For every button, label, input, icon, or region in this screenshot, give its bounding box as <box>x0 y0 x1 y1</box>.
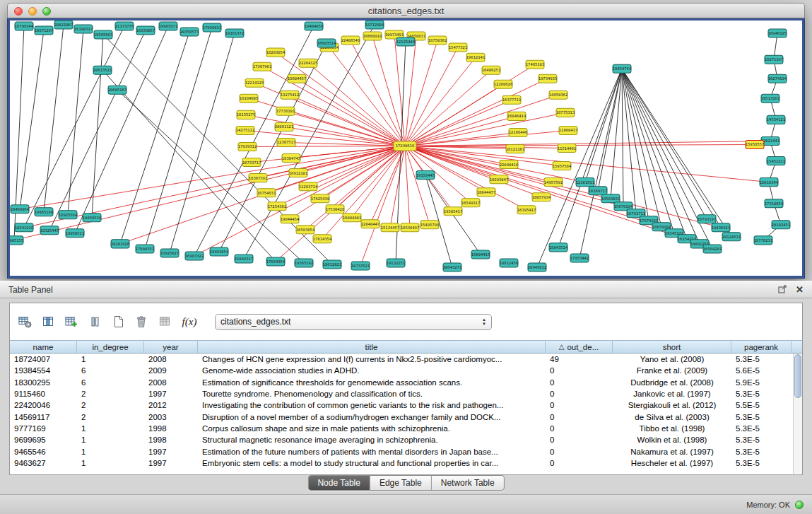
graph-node[interactable]: 17254362 <box>268 202 286 211</box>
graph-node[interactable]: 15477321 <box>449 43 467 52</box>
table-row[interactable]: 1456911722003Disruption of a novel membe… <box>10 411 802 422</box>
table-select[interactable]: citations_edges.txt ▲▼ <box>215 314 492 330</box>
graph-node[interactable]: 17604351 <box>136 245 154 253</box>
table-row[interactable]: 1872400712008Changes of HCN gene express… <box>10 354 802 365</box>
graph-node[interactable]: 18057934 <box>532 193 551 201</box>
close-panel-icon[interactable]: ✕ <box>796 286 804 294</box>
graph-node[interactable]: 20468064 <box>11 205 30 214</box>
scrollbar-thumb[interactable] <box>794 354 801 398</box>
column-header-year[interactable]: year <box>144 341 198 353</box>
column-bars-icon[interactable] <box>86 313 104 331</box>
graph-node[interactable]: 22406548 <box>341 36 360 45</box>
graph-node[interactable]: 20201926 <box>111 240 129 248</box>
graph-node[interactable]: 19513161 <box>761 94 779 103</box>
graph-node[interactable]: 10341216 <box>15 223 33 232</box>
graph-node[interactable]: 12214125 <box>245 78 264 87</box>
graph-node[interactable]: 16190317 <box>74 25 93 33</box>
window-titlebar[interactable]: citations_edges.txt <box>7 3 805 18</box>
table-row[interactable]: 1938455462009Genome-wide association stu… <box>10 365 802 376</box>
graph-node[interactable]: 17939312 <box>238 142 257 151</box>
graph-node[interactable]: 16584201 <box>703 245 722 253</box>
graph-node[interactable]: 14534121 <box>767 115 785 124</box>
graph-node[interactable]: 20021067 <box>54 21 73 29</box>
graph-node[interactable]: 15957584 <box>553 162 572 170</box>
graph-node[interactable]: 19436321 <box>712 223 730 232</box>
graph-node[interactable]: 16660910 <box>363 32 382 40</box>
graph-node[interactable]: 21173776 <box>115 22 134 30</box>
graph-node[interactable]: 19483654 <box>210 247 229 256</box>
zoom-window-button[interactable] <box>42 7 51 16</box>
tab-node-table[interactable]: Node Table <box>308 476 370 490</box>
graph-node[interactable]: 14275112 <box>236 126 254 134</box>
graph-node[interactable]: 18604457 <box>288 74 306 83</box>
graph-node[interactable]: 19965190 <box>35 208 53 216</box>
graph-node[interactable]: 18839057 <box>136 26 155 35</box>
table-mode-icon[interactable] <box>16 313 34 331</box>
graph-node[interactable]: 18536497 <box>401 223 419 232</box>
graph-node[interactable]: 16406251 <box>482 66 500 74</box>
graph-node[interactable]: 16583054 <box>296 226 315 234</box>
graph-node[interactable]: 20945012 <box>528 263 546 271</box>
graph-node[interactable]: 14957592 <box>544 178 563 187</box>
graph-node[interactable]: 18604415 <box>471 250 490 259</box>
column-header-title[interactable]: title <box>198 341 546 353</box>
graph-node[interactable]: 20643271 <box>443 263 461 271</box>
import-table-icon[interactable] <box>155 313 174 331</box>
graph-node[interactable]: 18925627 <box>160 249 179 257</box>
graph-node[interactable]: 18750362 <box>428 36 447 45</box>
graph-node[interactable]: 16754831 <box>257 189 276 197</box>
graph-node[interactable]: 19161372 <box>225 29 244 37</box>
graph-node[interactable]: 12161611 <box>576 178 594 187</box>
graph-node[interactable]: 19965871 <box>159 22 177 30</box>
graph-node[interactable]: 16912101 <box>289 169 307 177</box>
table-row[interactable]: 946554611997Estimation of the future num… <box>10 445 802 457</box>
graph-node[interactable]: 17664354 <box>266 257 286 266</box>
show-columns-icon[interactable] <box>39 313 57 331</box>
table-row[interactable]: 969969511998Structural magnetic resonanc… <box>10 434 802 445</box>
graph-node[interactable]: 13275412 <box>281 90 299 99</box>
graph-node[interactable]: 17953442 <box>570 254 589 262</box>
graph-node[interactable]: 14850362 <box>549 90 567 99</box>
graph-node[interactable]: 17367961 <box>253 62 271 71</box>
table-panel-titlebar[interactable]: Table Panel ✕ <box>0 281 812 298</box>
graph-node[interactable]: 20081121 <box>275 122 293 131</box>
graph-node[interactable]: 16395417 <box>517 206 536 214</box>
graph-node[interactable]: 19158445 <box>416 171 435 180</box>
graph-node[interactable]: 19050513 <box>66 229 84 238</box>
graph-node[interactable]: 19565683 <box>94 30 112 39</box>
graph-node[interactable]: 16044401 <box>343 214 361 222</box>
graph-node[interactable]: 21042317 <box>235 255 253 263</box>
graph-node[interactable]: 16377711 <box>502 95 521 104</box>
graph-node[interactable]: 15495798 <box>420 221 439 229</box>
graph-node[interactable]: 19734935 <box>539 74 557 83</box>
graph-node[interactable]: 16893047 <box>490 175 508 184</box>
graph-node[interactable]: 15134457 <box>381 223 399 232</box>
graph-node[interactable]: 12260626 <box>494 80 512 88</box>
graph-node[interactable]: 18367591 <box>249 174 267 182</box>
tab-network-table[interactable]: Network Table <box>432 476 504 490</box>
graph-node[interactable]: 22264125 <box>299 59 317 67</box>
graph-node[interactable]: 12307517 <box>277 138 295 146</box>
graph-node[interactable]: 18304745 <box>282 154 300 163</box>
graph-node[interactable]: 19612141 <box>466 53 485 62</box>
graph-node[interactable]: 12166446 <box>509 128 527 136</box>
graph-node[interactable]: 11283714 <box>299 182 318 191</box>
function-builder-button[interactable]: f(x) <box>179 313 200 331</box>
new-table-icon[interactable] <box>109 313 127 331</box>
graph-node[interactable]: 16549317 <box>461 199 480 207</box>
graph-node[interactable]: 18203054 <box>266 48 286 57</box>
graph-node[interactable]: 16274194 <box>768 74 787 83</box>
graph-node[interactable]: 18799344 <box>15 22 34 30</box>
graph-node[interactable]: 19654744 <box>613 64 632 73</box>
column-header-name[interactable]: name <box>10 341 77 353</box>
graph-node[interactable]: 17614354 <box>313 235 332 243</box>
graph-node[interactable]: 18612021 <box>323 260 341 269</box>
column-header-out_degree[interactable]: △out_de... <box>546 341 613 353</box>
graph-node[interactable]: 15451211 <box>767 157 785 165</box>
graph-node[interactable]: 11514491 <box>558 144 576 152</box>
graph-node[interactable]: 20605163 <box>108 86 126 94</box>
graph-node[interactable]: 20733521 <box>351 262 370 270</box>
column-header-in_degree[interactable]: in_degree <box>77 341 144 353</box>
delete-table-icon[interactable] <box>132 313 151 331</box>
graph-node[interactable]: 16169717 <box>589 187 607 195</box>
